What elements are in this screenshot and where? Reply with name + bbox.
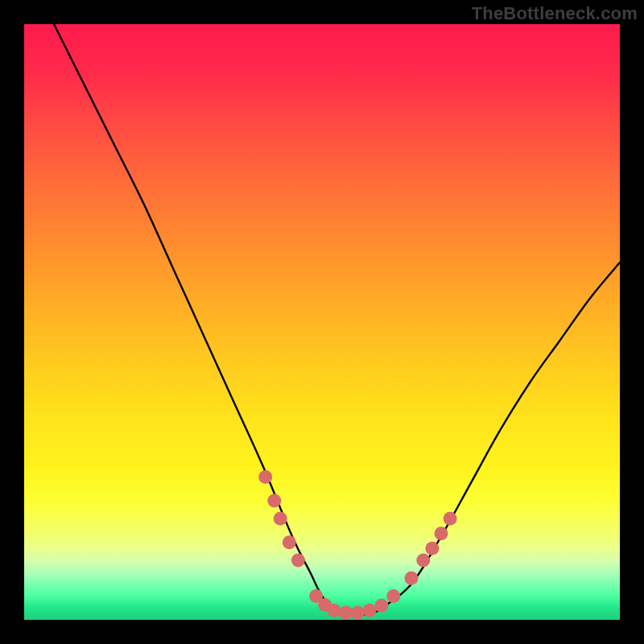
- data-point: [386, 589, 400, 603]
- data-point: [363, 604, 377, 617]
- data-point: [339, 606, 353, 620]
- data-point: [405, 572, 419, 585]
- data-point: [375, 599, 389, 613]
- data-point: [258, 470, 272, 484]
- data-point: [444, 512, 457, 526]
- data-point: [291, 554, 305, 568]
- chart-frame: TheBottleneck.com: [0, 0, 644, 644]
- chart-svg: [24, 24, 620, 620]
- data-point: [274, 512, 287, 526]
- data-point: [267, 494, 281, 508]
- watermark-text: TheBottleneck.com: [472, 3, 638, 24]
- plot-area: [24, 24, 620, 620]
- data-point: [283, 535, 296, 549]
- data-point: [416, 554, 430, 568]
- data-point: [327, 604, 341, 617]
- data-point: [351, 606, 365, 620]
- data-point: [435, 526, 448, 540]
- data-point: [425, 542, 439, 555]
- bottleneck-curve: [54, 24, 620, 615]
